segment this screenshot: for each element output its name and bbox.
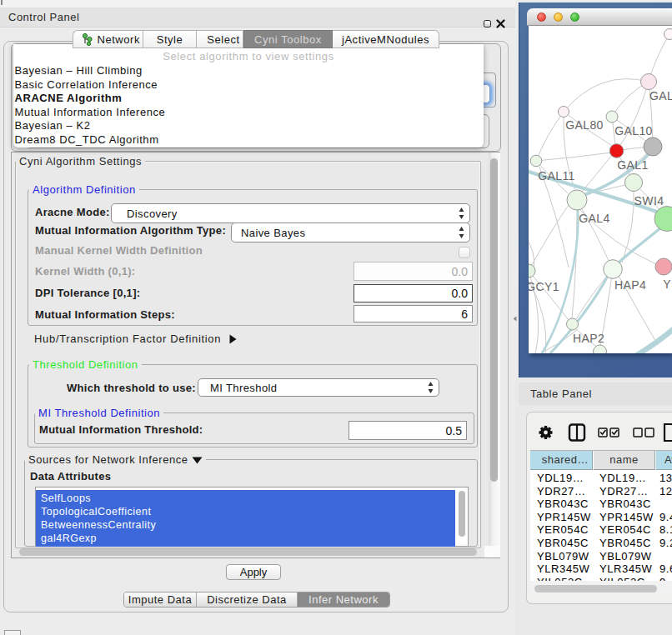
svg-text:GAL80: GAL80 <box>565 118 604 132</box>
svg-text:GAL11: GAL11 <box>538 169 575 182</box>
svg-text:GCY1: GCY1 <box>529 280 559 293</box>
svg-text:GAL1: GAL1 <box>617 158 648 172</box>
svg-text:SWI4: SWI4 <box>634 194 664 208</box>
svg-text:HAP2: HAP2 <box>573 332 604 345</box>
svg-text:GAL10: GAL10 <box>614 124 653 138</box>
svg-text:GAL7: GAL7 <box>649 89 672 102</box>
svg-text:Y: Y <box>663 278 671 291</box>
svg-text:HAP4: HAP4 <box>614 278 646 292</box>
svg-text:GAL4: GAL4 <box>579 212 609 225</box>
